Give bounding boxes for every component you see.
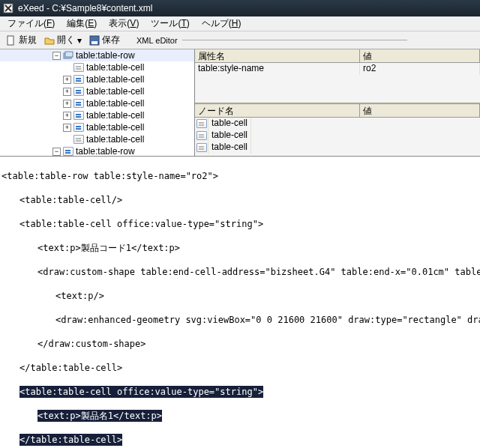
menu-view[interactable]: 表示(V)	[104, 16, 143, 31]
tree-item-label: table:table-cell	[86, 62, 144, 73]
src-line-hl: <text:p>製品名1</text:p>	[2, 410, 478, 422]
page-icon	[74, 123, 84, 132]
attr-value: ro2	[360, 63, 480, 75]
tree-item-cell[interactable]: +table:table-cell	[0, 121, 194, 133]
properties-pane: 属性名 値 table:style-name ro2 ノード名 値 table-…	[195, 49, 480, 156]
src-line: <table:table-cell office:value-type="str…	[2, 218, 478, 230]
expander-plus-icon[interactable]: +	[63, 76, 71, 84]
menubar: ファイル(F) 編集(E) 表示(V) ツール(T) ヘルプ(H)	[0, 16, 480, 31]
save-icon	[89, 35, 100, 46]
tree-item-row[interactable]: −table:table-row	[0, 145, 194, 156]
panes: − table:table-row table:table-cell +tabl…	[0, 49, 480, 157]
svg-rect-3	[92, 41, 98, 44]
src-line: </draw:custom-shape>	[2, 338, 478, 350]
node-grid-header: ノード名 値	[195, 104, 480, 118]
src-line: <text:p>製品コード1</text:p>	[2, 242, 478, 254]
col-attr-name[interactable]: 属性名	[195, 49, 360, 62]
page-icon	[74, 75, 84, 84]
expander-plus-icon[interactable]: +	[63, 112, 71, 120]
page-icon	[196, 131, 207, 140]
attr-name: table:style-name	[195, 63, 360, 75]
tree-item-cell[interactable]: +table:table-cell	[0, 97, 194, 109]
expander-minus-icon[interactable]: −	[52, 52, 61, 60]
tree-item-cell[interactable]: table:table-cell	[0, 61, 194, 73]
xml-source-view[interactable]: <table:table-row table:style-name="ro2">…	[0, 157, 480, 448]
save-button[interactable]: 保存	[86, 33, 123, 47]
xml-editor-label: XML eDitor	[136, 36, 407, 45]
tree-item-label: table:table-cell	[86, 134, 144, 145]
new-icon	[6, 35, 16, 46]
titlebar: eXeed - C:¥Sample8¥content.xml	[0, 0, 480, 16]
node-name: table-cell	[208, 142, 251, 154]
src-line: <draw:enhanced-geometry svg:viewBox="0 0…	[2, 314, 478, 326]
title-text: eXeed - C:¥Sample8¥content.xml	[18, 3, 152, 13]
tree-item-cell[interactable]: +table:table-cell	[0, 109, 194, 121]
src-line: <table:table-row table:style-name="ro2">	[2, 170, 478, 182]
stack-icon	[63, 51, 74, 60]
col-attr-value[interactable]: 値	[360, 49, 480, 62]
page-icon	[74, 63, 84, 72]
src-line-hl: <table:table-cell office:value-type="str…	[2, 386, 478, 398]
tree-item-label: table:table-cell	[86, 122, 144, 133]
page-icon	[74, 135, 84, 144]
expander-plus-icon[interactable]: +	[63, 100, 71, 108]
menu-edit[interactable]: 編集(E)	[62, 16, 101, 31]
src-line: </table:table-cell>	[2, 362, 478, 374]
tree-item-label: table:table-cell	[86, 74, 144, 85]
node-row[interactable]: table-cell	[195, 118, 480, 130]
page-icon	[196, 143, 207, 152]
col-node-name[interactable]: ノード名	[195, 104, 360, 117]
tree-item-label: table:table-cell	[86, 98, 144, 109]
attr-row[interactable]: table:style-name ro2	[195, 63, 480, 75]
col-node-value[interactable]: 値	[360, 104, 480, 117]
new-label: 新規	[19, 34, 37, 46]
toolbar: 新規 開く ▾ 保存 XML eDitor	[0, 31, 480, 49]
expander-plus-icon[interactable]: +	[63, 124, 71, 132]
src-line: <table:table-cell/>	[2, 194, 478, 206]
expander-minus-icon[interactable]: −	[52, 148, 61, 156]
save-label: 保存	[102, 34, 120, 46]
tree-item-root[interactable]: − table:table-row	[0, 49, 194, 61]
node-name: table-cell	[208, 118, 251, 130]
open-icon	[44, 35, 55, 46]
tree-pane[interactable]: − table:table-row table:table-cell +tabl…	[0, 49, 195, 156]
open-label: 開く	[57, 34, 75, 46]
app-icon	[3, 3, 14, 13]
node-name: table-cell	[208, 130, 251, 142]
tree-item-label: table:table-cell	[86, 110, 144, 121]
menu-tools[interactable]: ツール(T)	[146, 16, 194, 31]
page-icon	[74, 111, 84, 120]
new-button[interactable]: 新規	[3, 33, 40, 47]
svg-rect-5	[65, 52, 73, 57]
dropdown-icon: ▾	[77, 35, 82, 46]
tree-item-label: table:table-row	[76, 50, 135, 61]
tree-item-cell[interactable]: table:table-cell	[0, 133, 194, 145]
attr-grid-header: 属性名 値	[195, 49, 480, 63]
node-row[interactable]: table-cell	[195, 130, 480, 142]
src-line: <draw:custom-shape table:end-cell-addres…	[2, 266, 478, 278]
page-icon	[63, 147, 74, 156]
page-icon	[74, 87, 84, 96]
node-row[interactable]: table-cell	[195, 142, 480, 154]
tree-item-label: table:table-row	[76, 146, 135, 156]
menu-help[interactable]: ヘルプ(H)	[197, 16, 246, 31]
src-line: <text:p/>	[2, 290, 478, 302]
src-line-hl: </table:table-cell>	[2, 434, 478, 446]
svg-rect-1	[8, 36, 14, 45]
page-icon	[196, 119, 207, 128]
open-button[interactable]: 開く ▾	[41, 33, 85, 47]
page-icon	[74, 99, 84, 108]
tree-item-cell[interactable]: +table:table-cell	[0, 85, 194, 97]
expander-plus-icon[interactable]: +	[63, 88, 71, 96]
tree-item-label: table:table-cell	[86, 86, 144, 97]
tree-item-cell[interactable]: +table:table-cell	[0, 73, 194, 85]
menu-file[interactable]: ファイル(F)	[3, 16, 59, 31]
